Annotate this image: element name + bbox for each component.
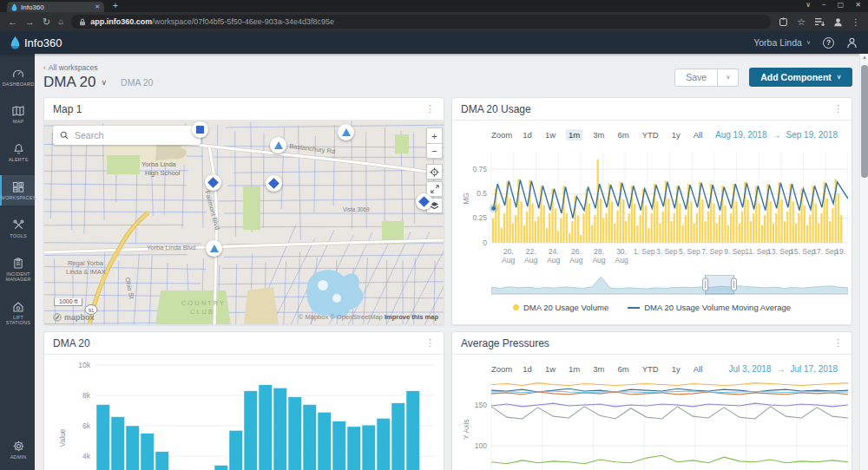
panel-menu-icon[interactable]: ⋮ bbox=[425, 337, 435, 349]
sidebar-item-admin[interactable]: ADMIN bbox=[0, 434, 35, 465]
map-locate-button[interactable] bbox=[426, 164, 443, 180]
zoom-1d[interactable]: 1d bbox=[520, 363, 535, 375]
zoom-ytd[interactable]: YTD bbox=[640, 129, 661, 140]
lift-station-icon bbox=[12, 301, 24, 312]
profile-avatar-icon[interactable] bbox=[833, 17, 843, 27]
workspace-dropdown[interactable]: ∨ bbox=[101, 78, 107, 87]
sidebar-nav: DASHBOARD MAP ALERTS WORKSPACES TOOLS IN… bbox=[0, 54, 35, 470]
usage-chart[interactable]: 00.250.50.75MG20.Aug22.Aug24.Aug26.Aug28… bbox=[461, 148, 848, 271]
reading-list-icon[interactable] bbox=[814, 17, 825, 26]
map-marker-triangle[interactable] bbox=[270, 137, 286, 153]
sidebar-item-lift-stations[interactable]: LIFT STATIONS bbox=[0, 295, 35, 330]
map-zoom-in-button[interactable]: + bbox=[426, 127, 443, 143]
scrollbar-thumb[interactable] bbox=[861, 65, 868, 178]
reload-button[interactable]: ↻ bbox=[43, 17, 50, 27]
improve-map-link[interactable]: Improve this map bbox=[385, 313, 438, 321]
save-options-button[interactable]: ∨ bbox=[718, 69, 739, 87]
svg-text:26.Aug: 26.Aug bbox=[569, 247, 582, 264]
panel-menu-icon[interactable]: ⋮ bbox=[833, 103, 843, 114]
window-close-button[interactable]: ✕ bbox=[855, 1, 861, 9]
tab-close-icon[interactable]: ✕ bbox=[95, 3, 100, 10]
sidebar-item-workspaces[interactable]: WORKSPACES bbox=[0, 175, 35, 206]
legend-item[interactable]: DMA 20 Usage Volume bbox=[513, 303, 608, 312]
zoom-ytd[interactable]: YTD bbox=[640, 363, 661, 375]
browser-toolbar: ← → ↻ ⌂ app.info360.com/workspace/07f04b… bbox=[0, 12, 868, 31]
zoom-3m[interactable]: 3m bbox=[590, 363, 607, 375]
save-button[interactable]: Save bbox=[674, 69, 718, 87]
panel-menu-icon[interactable]: ⋮ bbox=[833, 337, 843, 349]
chevron-down-icon: ∨ bbox=[806, 39, 811, 46]
sidebar-item-tools[interactable]: TOOLS bbox=[0, 213, 35, 244]
zoom-1y[interactable]: 1y bbox=[669, 129, 683, 140]
zoom-3m[interactable]: 3m bbox=[590, 129, 607, 140]
zoom-1d[interactable]: 1d bbox=[520, 129, 535, 140]
zoom-1y[interactable]: 1y bbox=[669, 363, 683, 375]
scrollbar-up-icon[interactable]: ▲ bbox=[861, 55, 868, 60]
zoom-1w[interactable]: 1w bbox=[542, 363, 558, 375]
zoom-all[interactable]: All bbox=[691, 363, 706, 375]
lock-icon bbox=[79, 18, 86, 26]
window-menu-icon[interactable]: ∨ bbox=[806, 1, 811, 9]
legend-item[interactable]: DMA 20 Usage Volume Moving Average bbox=[628, 303, 791, 312]
url-path: /workspace/07f04bf5-5f50-46ee-903a-34e4d… bbox=[152, 17, 334, 26]
usage-navigator[interactable] bbox=[491, 275, 848, 296]
bookmark-star-icon[interactable]: ☆ bbox=[797, 16, 806, 28]
window-maximize-button[interactable]: ▢ bbox=[838, 1, 845, 9]
zoom-1w[interactable]: 1w bbox=[542, 129, 558, 140]
svg-text:22.Aug: 22.Aug bbox=[524, 247, 537, 264]
location-selector[interactable]: Yorba Linda ∨ bbox=[753, 37, 811, 48]
home-button[interactable]: ⌂ bbox=[58, 17, 63, 26]
map-marker-diamond[interactable] bbox=[416, 193, 432, 210]
browser-tab[interactable]: Info360 ✕ bbox=[7, 2, 104, 12]
legend-dot-icon bbox=[513, 304, 519, 310]
map-zoom-out-button[interactable]: − bbox=[426, 143, 443, 159]
add-component-button[interactable]: Add Component ∨ bbox=[749, 68, 852, 87]
map-canvas[interactable]: 91 Bastanchury Rd Yorba Linda High Schoo… bbox=[44, 121, 444, 324]
user-menu-icon[interactable] bbox=[846, 37, 858, 49]
back-button[interactable]: ← bbox=[8, 17, 17, 27]
map-marker-square[interactable] bbox=[192, 121, 208, 138]
zoom-6m[interactable]: 6m bbox=[615, 363, 631, 375]
forward-button[interactable]: → bbox=[25, 17, 35, 27]
pressures-chart[interactable]: 150100Y Axis bbox=[461, 377, 848, 470]
new-tab-button[interactable]: + bbox=[113, 1, 118, 10]
zoom-all[interactable]: All bbox=[691, 129, 706, 140]
zoom-1m[interactable]: 1m bbox=[566, 129, 582, 140]
zoom-6m[interactable]: 6m bbox=[615, 129, 631, 140]
svg-text:6k: 6k bbox=[82, 421, 91, 430]
sidebar-item-map[interactable]: MAP bbox=[0, 100, 35, 129]
panel-menu-icon[interactable]: ⋮ bbox=[425, 103, 435, 114]
svg-text:0: 0 bbox=[483, 238, 487, 247]
address-bar[interactable]: app.info360.com/workspace/07f04bf5-5f50-… bbox=[71, 15, 771, 29]
svg-text:11. Sep: 11. Sep bbox=[745, 247, 770, 256]
sidebar-item-alerts[interactable]: ALERTS bbox=[0, 137, 35, 167]
poi-label: Regal Yorba bbox=[68, 259, 103, 267]
page-scrollbar[interactable]: ▲ bbox=[859, 54, 868, 470]
svg-text:Y Axis: Y Axis bbox=[462, 419, 470, 439]
mapbox-logo[interactable]: mapbox bbox=[53, 313, 95, 322]
zoom-1m[interactable]: 1m bbox=[566, 363, 582, 375]
brand-name: Info360 bbox=[24, 36, 62, 49]
sidebar-item-dashboard[interactable]: DASHBOARD bbox=[0, 62, 35, 92]
extensions-icon[interactable] bbox=[779, 17, 788, 27]
svg-text:10k: 10k bbox=[78, 361, 90, 369]
browser-menu-icon[interactable]: ⋮ bbox=[852, 17, 860, 27]
map-search-box[interactable] bbox=[53, 126, 201, 145]
window-minimize-button[interactable]: − bbox=[822, 1, 826, 9]
date-range[interactable]: Jul 3, 2018 → Jul 17, 2018 bbox=[729, 364, 838, 374]
search-input[interactable] bbox=[75, 130, 179, 140]
favicon-droplet-icon bbox=[11, 3, 17, 11]
map-marker-diamond[interactable] bbox=[205, 174, 221, 191]
map-icon bbox=[12, 106, 24, 116]
map-marker-triangle[interactable] bbox=[206, 240, 222, 257]
app-logo[interactable]: Info360 bbox=[10, 36, 62, 49]
panel-title: Average Pressures bbox=[461, 337, 549, 349]
map-marker-diamond[interactable] bbox=[266, 175, 282, 192]
map-marker-triangle[interactable] bbox=[338, 124, 354, 140]
sidebar-item-incident-manager[interactable]: INCIDENT MANAGER bbox=[0, 251, 35, 287]
help-button[interactable]: ? bbox=[823, 37, 834, 49]
tools-icon bbox=[13, 219, 24, 231]
date-range[interactable]: Aug 19, 2018 → Sep 19, 2018 bbox=[715, 130, 838, 140]
all-workspaces-link[interactable]: ‹ All workspaces bbox=[43, 63, 98, 72]
dma20-chart[interactable]: 10k8k6k4kValue bbox=[53, 358, 444, 470]
